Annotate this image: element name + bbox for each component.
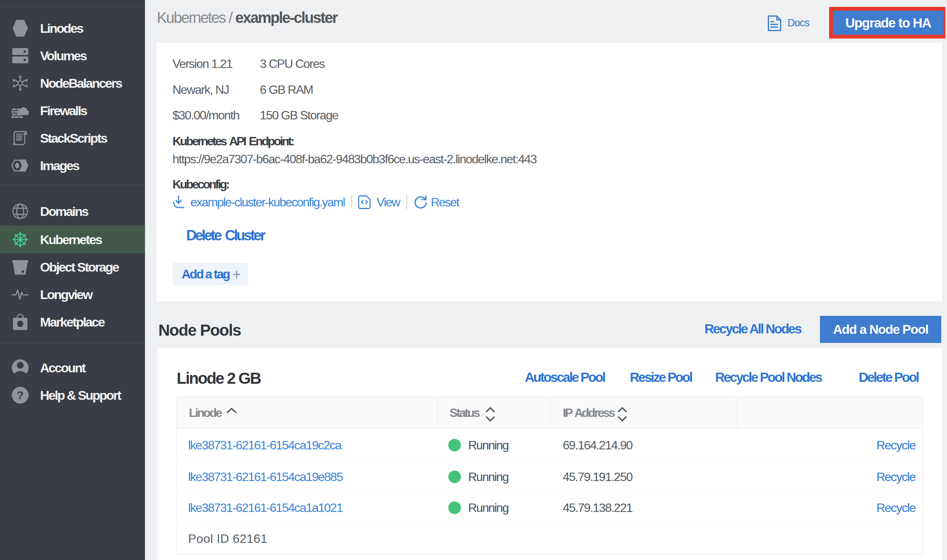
svg-text:?: ?	[17, 389, 24, 401]
